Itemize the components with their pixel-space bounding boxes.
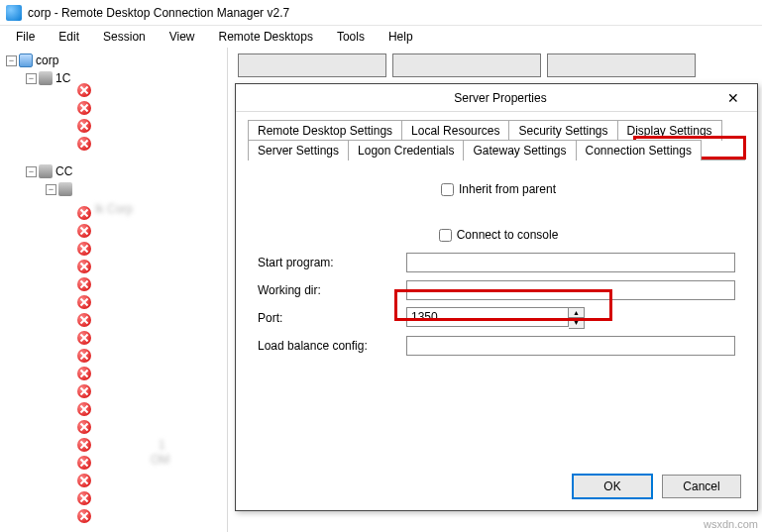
working-dir-input[interactable]: [406, 280, 735, 300]
tab-strip: Remote Desktop Settings Local Resources …: [248, 120, 745, 160]
error-icon[interactable]: [77, 367, 91, 380]
error-icon[interactable]: [77, 420, 91, 434]
inherit-label: Inherit from parent: [459, 182, 556, 196]
app-icon: [6, 5, 22, 21]
menu-edit[interactable]: Edit: [47, 28, 91, 46]
error-icon[interactable]: [77, 349, 91, 363]
error-icon[interactable]: [77, 83, 91, 97]
tree-root-label[interactable]: corp: [36, 53, 58, 67]
server-tree[interactable]: − corp − 1C − CC − lk Corp: [0, 48, 228, 532]
inherit-checkbox[interactable]: [441, 183, 454, 196]
error-icon[interactable]: [77, 224, 91, 238]
error-icon[interactable]: [77, 491, 91, 505]
server-group-icon: [58, 182, 72, 196]
start-program-input[interactable]: [406, 253, 735, 272]
error-icon[interactable]: [77, 242, 91, 256]
menu-file[interactable]: File: [4, 28, 47, 46]
blur-text: OM: [151, 453, 169, 467]
port-label: Port:: [258, 311, 406, 325]
server-group-icon: [39, 71, 53, 85]
error-icon[interactable]: [77, 402, 91, 416]
server-group-icon: [39, 164, 53, 178]
menu-help[interactable]: Help: [377, 28, 425, 46]
error-icon[interactable]: [77, 206, 91, 220]
menu-view[interactable]: View: [158, 28, 207, 46]
error-icon[interactable]: [77, 101, 91, 115]
error-icon[interactable]: [77, 277, 91, 291]
tab-logon-credentials[interactable]: Logon Credentials: [348, 140, 464, 160]
error-icon[interactable]: [77, 456, 91, 470]
error-icon[interactable]: [77, 119, 91, 133]
server-list-errors: [77, 206, 94, 527]
error-icon[interactable]: [77, 295, 91, 309]
window-titlebar: corp - Remote Desktop Connection Manager…: [0, 0, 762, 26]
menu-remote-desktops[interactable]: Remote Desktops: [207, 28, 325, 46]
error-icon[interactable]: [77, 474, 91, 487]
collapse-icon[interactable]: −: [26, 166, 37, 177]
ok-button[interactable]: OK: [573, 475, 652, 498]
tree-group-label[interactable]: 1C: [55, 71, 70, 85]
tab-gateway-settings[interactable]: Gateway Settings: [463, 140, 576, 160]
tab-local-resources[interactable]: Local Resources: [401, 120, 509, 141]
blur-text: 1: [159, 438, 165, 452]
tab-security-settings[interactable]: Security Settings: [508, 120, 617, 141]
server-thumbnail[interactable]: [547, 53, 696, 77]
error-icon[interactable]: [77, 313, 91, 327]
tab-connection-settings[interactable]: Connection Settings: [576, 140, 702, 160]
server-thumbnail[interactable]: [238, 53, 386, 77]
error-icon[interactable]: [77, 260, 91, 273]
tab-remote-desktop-settings[interactable]: Remote Desktop Settings: [248, 120, 402, 141]
tree-group-label[interactable]: CC: [55, 164, 72, 178]
port-input[interactable]: [406, 307, 569, 327]
watermark: wsxdn.com: [704, 518, 758, 530]
close-icon[interactable]: ✕: [717, 88, 749, 108]
menubar: File Edit Session View Remote Desktops T…: [0, 26, 762, 48]
dialog-titlebar[interactable]: Server Properties ✕: [236, 84, 757, 112]
tab-server-settings[interactable]: Server Settings: [248, 140, 349, 160]
window-title: corp - Remote Desktop Connection Manager…: [28, 6, 289, 20]
collapse-icon[interactable]: −: [26, 73, 37, 84]
chevron-down-icon[interactable]: ▼: [569, 318, 584, 328]
load-balance-label: Load balance config:: [258, 339, 406, 353]
error-icon[interactable]: [77, 331, 91, 345]
folder-icon: [19, 53, 33, 67]
server-properties-dialog: Server Properties ✕ Remote Desktop Setti…: [235, 83, 758, 511]
blur-text: lk Corp: [95, 202, 133, 216]
menu-tools[interactable]: Tools: [325, 28, 377, 46]
port-spinner[interactable]: ▲▼: [569, 307, 585, 329]
collapse-icon[interactable]: −: [46, 184, 56, 195]
cancel-button[interactable]: Cancel: [662, 475, 741, 498]
chevron-up-icon[interactable]: ▲: [569, 308, 584, 318]
thumbnail-row: [228, 48, 762, 83]
connect-console-checkbox[interactable]: [439, 229, 452, 242]
connect-console-label: Connect to console: [457, 228, 559, 242]
dialog-title: Server Properties: [244, 91, 717, 105]
working-dir-label: Working dir:: [258, 283, 406, 297]
server-thumbnail[interactable]: [392, 53, 541, 77]
load-balance-input[interactable]: [406, 336, 735, 356]
menu-session[interactable]: Session: [91, 28, 158, 46]
error-icon[interactable]: [77, 509, 91, 523]
collapse-icon[interactable]: −: [6, 55, 17, 66]
tab-display-settings[interactable]: Display Settings: [617, 120, 722, 141]
server-list-errors: [77, 83, 94, 155]
error-icon[interactable]: [77, 438, 91, 452]
error-icon[interactable]: [77, 137, 91, 151]
error-icon[interactable]: [77, 384, 91, 398]
start-program-label: Start program:: [258, 256, 406, 269]
